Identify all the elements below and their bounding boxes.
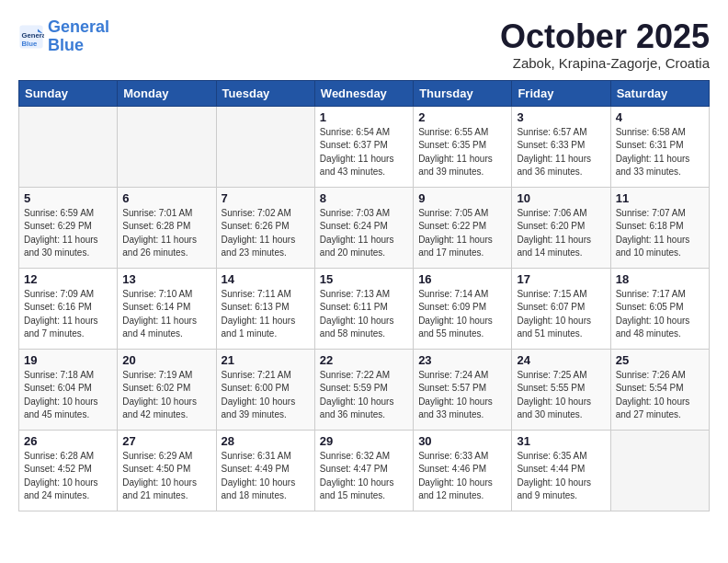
day-info: Sunrise: 7:05 AMSunset: 6:22 PMDaylight:… [418,207,506,260]
day-number: 8 [320,191,408,205]
day-info: Sunrise: 7:11 AMSunset: 6:13 PMDaylight:… [222,288,310,341]
calendar-cell: 12Sunrise: 7:09 AMSunset: 6:16 PMDayligh… [19,268,118,349]
calendar-cell [118,106,216,187]
calendar-table: SundayMondayTuesdayWednesdayThursdayFrid… [18,80,710,511]
day-info: Sunrise: 7:21 AMSunset: 6:00 PMDaylight:… [222,369,310,422]
day-info: Sunrise: 7:19 AMSunset: 6:02 PMDaylight:… [122,369,210,422]
calendar-cell: 14Sunrise: 7:11 AMSunset: 6:13 PMDayligh… [216,268,314,349]
day-number: 14 [222,272,310,286]
day-number: 3 [517,110,605,124]
day-info: Sunrise: 7:14 AMSunset: 6:09 PMDaylight:… [418,288,506,341]
day-number: 11 [616,191,704,205]
day-header-saturday: Saturday [610,80,709,106]
calendar-cell: 7Sunrise: 7:02 AMSunset: 6:26 PMDaylight… [216,187,314,268]
calendar-cell: 24Sunrise: 7:25 AMSunset: 5:55 PMDayligh… [512,349,610,430]
calendar-cell: 8Sunrise: 7:03 AMSunset: 6:24 PMDaylight… [314,187,413,268]
day-number: 21 [222,353,310,367]
calendar-cell: 13Sunrise: 7:10 AMSunset: 6:14 PMDayligh… [118,268,216,349]
week-row-4: 19Sunrise: 7:18 AMSunset: 6:04 PMDayligh… [19,349,710,430]
calendar-cell: 15Sunrise: 7:13 AMSunset: 6:11 PMDayligh… [314,268,413,349]
day-info: Sunrise: 6:31 AMSunset: 4:49 PMDaylight:… [222,450,310,503]
calendar-cell: 28Sunrise: 6:31 AMSunset: 4:49 PMDayligh… [216,430,314,511]
day-info: Sunrise: 6:54 AMSunset: 6:37 PMDaylight:… [320,126,408,179]
calendar-cell: 25Sunrise: 7:26 AMSunset: 5:54 PMDayligh… [610,349,709,430]
day-number: 13 [122,272,210,286]
day-number: 24 [517,353,605,367]
calendar-cell [19,106,118,187]
calendar-cell: 31Sunrise: 6:35 AMSunset: 4:44 PMDayligh… [512,430,610,511]
svg-text:Blue: Blue [22,40,38,48]
calendar-cell: 19Sunrise: 7:18 AMSunset: 6:04 PMDayligh… [19,349,118,430]
day-number: 9 [418,191,506,205]
logo-icon: General Blue [18,24,44,50]
day-info: Sunrise: 7:26 AMSunset: 5:54 PMDaylight:… [616,369,704,422]
day-number: 31 [517,434,605,448]
day-number: 17 [517,272,605,286]
logo: General Blue GeneralBlue [18,18,109,55]
day-number: 23 [418,353,506,367]
day-number: 12 [24,272,112,286]
day-number: 30 [418,434,506,448]
logo-text: GeneralBlue [48,18,109,55]
day-number: 2 [418,110,506,124]
day-info: Sunrise: 7:02 AMSunset: 6:26 PMDaylight:… [222,207,310,260]
day-number: 7 [222,191,310,205]
calendar-cell: 29Sunrise: 6:32 AMSunset: 4:47 PMDayligh… [314,430,413,511]
calendar-cell: 2Sunrise: 6:55 AMSunset: 6:35 PMDaylight… [414,106,512,187]
day-number: 6 [122,191,210,205]
svg-text:General: General [22,31,45,40]
day-header-thursday: Thursday [414,80,512,106]
day-info: Sunrise: 7:25 AMSunset: 5:55 PMDaylight:… [517,369,605,422]
day-number: 15 [320,272,408,286]
calendar-cell: 4Sunrise: 6:58 AMSunset: 6:31 PMDaylight… [610,106,709,187]
day-info: Sunrise: 7:06 AMSunset: 6:20 PMDaylight:… [517,207,605,260]
day-number: 27 [122,434,210,448]
days-header-row: SundayMondayTuesdayWednesdayThursdayFrid… [19,80,710,106]
calendar-cell: 5Sunrise: 6:59 AMSunset: 6:29 PMDaylight… [19,187,118,268]
day-info: Sunrise: 6:28 AMSunset: 4:52 PMDaylight:… [24,450,112,503]
day-info: Sunrise: 7:13 AMSunset: 6:11 PMDaylight:… [320,288,408,341]
day-info: Sunrise: 7:18 AMSunset: 6:04 PMDaylight:… [24,369,112,422]
page-header: General Blue GeneralBlue October 2025 Za… [18,18,710,71]
day-header-friday: Friday [512,80,610,106]
calendar-cell: 10Sunrise: 7:06 AMSunset: 6:20 PMDayligh… [512,187,610,268]
calendar-cell: 3Sunrise: 6:57 AMSunset: 6:33 PMDaylight… [512,106,610,187]
day-info: Sunrise: 6:58 AMSunset: 6:31 PMDaylight:… [616,126,704,179]
day-number: 5 [24,191,112,205]
week-row-1: 1Sunrise: 6:54 AMSunset: 6:37 PMDaylight… [19,106,710,187]
calendar-cell: 16Sunrise: 7:14 AMSunset: 6:09 PMDayligh… [414,268,512,349]
day-info: Sunrise: 7:15 AMSunset: 6:07 PMDaylight:… [517,288,605,341]
day-number: 22 [320,353,408,367]
day-info: Sunrise: 7:24 AMSunset: 5:57 PMDaylight:… [418,369,506,422]
calendar-subtitle: Zabok, Krapina-Zagorje, Croatia [500,55,710,71]
calendar-cell: 21Sunrise: 7:21 AMSunset: 6:00 PMDayligh… [216,349,314,430]
day-header-tuesday: Tuesday [216,80,314,106]
week-row-3: 12Sunrise: 7:09 AMSunset: 6:16 PMDayligh… [19,268,710,349]
day-info: Sunrise: 6:33 AMSunset: 4:46 PMDaylight:… [418,450,506,503]
day-info: Sunrise: 7:17 AMSunset: 6:05 PMDaylight:… [616,288,704,341]
week-row-5: 26Sunrise: 6:28 AMSunset: 4:52 PMDayligh… [19,430,710,511]
day-header-sunday: Sunday [19,80,118,106]
week-row-2: 5Sunrise: 6:59 AMSunset: 6:29 PMDaylight… [19,187,710,268]
day-info: Sunrise: 6:55 AMSunset: 6:35 PMDaylight:… [418,126,506,179]
day-number: 28 [222,434,310,448]
day-number: 20 [122,353,210,367]
day-number: 18 [616,272,704,286]
day-info: Sunrise: 6:57 AMSunset: 6:33 PMDaylight:… [517,126,605,179]
calendar-cell: 23Sunrise: 7:24 AMSunset: 5:57 PMDayligh… [414,349,512,430]
day-info: Sunrise: 7:03 AMSunset: 6:24 PMDaylight:… [320,207,408,260]
day-number: 29 [320,434,408,448]
day-number: 10 [517,191,605,205]
day-header-monday: Monday [118,80,216,106]
calendar-cell [216,106,314,187]
day-number: 4 [616,110,704,124]
calendar-title: October 2025 [500,18,710,55]
day-number: 26 [24,434,112,448]
day-number: 16 [418,272,506,286]
calendar-cell: 26Sunrise: 6:28 AMSunset: 4:52 PMDayligh… [19,430,118,511]
day-info: Sunrise: 7:10 AMSunset: 6:14 PMDaylight:… [122,288,210,341]
day-info: Sunrise: 7:09 AMSunset: 6:16 PMDaylight:… [24,288,112,341]
calendar-cell: 27Sunrise: 6:29 AMSunset: 4:50 PMDayligh… [118,430,216,511]
day-info: Sunrise: 7:22 AMSunset: 5:59 PMDaylight:… [320,369,408,422]
calendar-cell: 18Sunrise: 7:17 AMSunset: 6:05 PMDayligh… [610,268,709,349]
